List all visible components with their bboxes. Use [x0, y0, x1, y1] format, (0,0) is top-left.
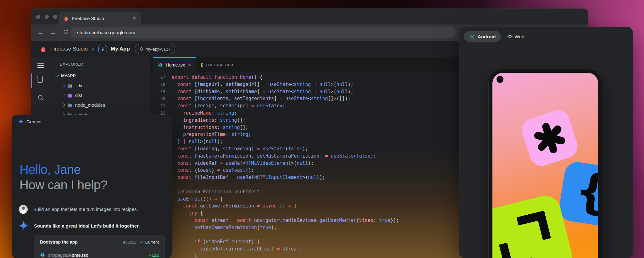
- tree-item-idx[interactable]: .idx: [51, 81, 150, 90]
- toggle-web-label: Web: [515, 34, 525, 39]
- folder-name: .idx: [75, 83, 82, 88]
- file-tree-container: MYAPP .idxdistnode_modulesscripts: [51, 71, 150, 120]
- droplet-icon: [140, 47, 143, 51]
- folder-name: node_modules: [75, 103, 105, 108]
- json-braces-icon: {}: [201, 62, 203, 67]
- gemini-panel: Gemini Hello, Jane How can I help? Build…: [12, 115, 172, 258]
- workspace-pill[interactable]: my-app-5127: [135, 44, 175, 54]
- url-bar[interactable]: studio.firebase.google.com: [70, 27, 456, 38]
- gemini-greeting: Hello, Jane How can I help?: [19, 162, 107, 193]
- search-icon[interactable]: [37, 94, 44, 103]
- file-path: src/pages/Home.tsx: [48, 253, 146, 258]
- diff-count: +122: [149, 253, 159, 258]
- phone-screen[interactable]: {: [492, 73, 598, 258]
- gemini-title: Gemini: [26, 119, 42, 124]
- firebase-spark-icon: [70, 84, 72, 87]
- line-number: 18: [154, 81, 165, 88]
- line-number: 17: [154, 74, 165, 81]
- toggle-android-label: Android: [478, 34, 496, 39]
- chevron-right-icon: [62, 84, 65, 87]
- reload-icon[interactable]: [62, 29, 69, 36]
- changed-file-row[interactable]: src/pages/Home.tsx +122: [40, 253, 159, 258]
- assistant-message: Sounds like a great idea! Let’s build it…: [19, 221, 166, 230]
- workspace-id: my-app-5127: [146, 47, 171, 51]
- tab-label: package.json: [206, 62, 233, 67]
- curly-brace-icon: {: [572, 169, 598, 215]
- check-icon: ✓: [140, 239, 144, 245]
- tab-label: Home.tsx: [166, 62, 185, 67]
- folder-icon: [67, 93, 73, 98]
- folder-icon: [67, 103, 73, 107]
- breadcrumb-product[interactable]: Firebase Studio: [50, 46, 88, 52]
- menu-icon[interactable]: [37, 62, 44, 69]
- gemini-star-icon: [19, 221, 28, 230]
- window-control-dot[interactable]: [36, 15, 40, 19]
- task-card[interactable]: Bootstrap the app a56c23 ✓ Current src/p…: [34, 235, 165, 258]
- tree-item-dist[interactable]: dist: [51, 90, 150, 100]
- url-text: studio.firebase.google.com: [77, 30, 135, 35]
- app-name[interactable]: My App: [111, 46, 130, 52]
- phone-mockup: {: [488, 69, 602, 258]
- status-badge: Current: [145, 240, 159, 245]
- gemini-header: Gemini: [18, 119, 42, 124]
- user-message-text: Build an app that lets me turn images in…: [33, 205, 138, 212]
- chevron-right-icon: [62, 94, 65, 97]
- task-card-header: Bootstrap the app a56c23 ✓ Current: [40, 239, 159, 245]
- background-gradient: Firebase Studio ✕ ← → studio.firebase.go…: [0, 0, 644, 258]
- close-editor-tab-icon[interactable]: ✕: [188, 62, 191, 67]
- card-divider: [40, 249, 159, 249]
- avatar: [19, 205, 28, 214]
- chat-messages: Build an app that lets me turn images in…: [19, 205, 166, 230]
- root-folder-label: MYAPP: [61, 73, 76, 78]
- camera-punch-hole: [497, 76, 503, 83]
- blue-brace-tile: {: [557, 160, 598, 228]
- tab-home-tsx[interactable]: Home.tsx ✕: [153, 57, 196, 72]
- forward-icon[interactable]: →: [49, 29, 57, 36]
- window-controls: [36, 15, 57, 19]
- preview-panel: Android <> Web {: [459, 27, 633, 258]
- pink-asterisk-tile: [519, 107, 581, 169]
- active-view-indicator: [31, 73, 32, 88]
- chevron-down-icon: [55, 73, 59, 77]
- firebase-favicon: [64, 16, 69, 21]
- firebase-logo: [40, 46, 47, 52]
- breadcrumb-separator: ›: [92, 46, 94, 52]
- greeting-line-2: How can I help?: [19, 177, 107, 193]
- chevron-right-icon: [62, 103, 65, 107]
- gemini-star-icon: [18, 119, 24, 124]
- explorer-icon[interactable]: [37, 76, 43, 83]
- assistant-message-text: Sounds like a great idea! Let’s build it…: [34, 221, 140, 228]
- greeting-line-1: Hello, Jane: [19, 162, 107, 177]
- toggle-web[interactable]: <> Web: [503, 31, 529, 42]
- file-tree: .idxdistnode_modulesscripts: [51, 81, 150, 120]
- folder-icon: [67, 83, 73, 88]
- tree-item-root[interactable]: MYAPP: [51, 71, 150, 81]
- folder-name: dist: [75, 93, 82, 98]
- window-control-dot[interactable]: [53, 15, 57, 19]
- tree-item-node_modules[interactable]: node_modules: [51, 100, 150, 110]
- back-icon[interactable]: ←: [37, 29, 44, 36]
- browser-tab[interactable]: Firebase Studio ✕: [58, 12, 141, 24]
- android-icon: [469, 34, 475, 39]
- task-title: Bootstrap the app: [40, 239, 123, 245]
- user-message: Build an app that lets me turn images in…: [19, 205, 166, 214]
- commit-hash: a56c23: [123, 240, 136, 245]
- line-number: 19: [154, 88, 165, 95]
- line-number: 20: [154, 95, 165, 102]
- browser-tab-strip: Firebase Studio ✕: [31, 9, 588, 24]
- window-control-dot[interactable]: [45, 15, 49, 19]
- code-brackets-icon: <>: [508, 34, 512, 39]
- app-prototype-icon[interactable]: [98, 45, 107, 53]
- close-tab-icon[interactable]: ✕: [133, 16, 136, 21]
- platform-toggle: Android <> Web: [464, 31, 528, 42]
- react-icon: [158, 62, 163, 67]
- react-icon: [40, 253, 45, 258]
- tab-package-json[interactable]: {} package.json: [196, 57, 238, 72]
- toggle-android[interactable]: Android: [464, 31, 501, 42]
- line-number: 21: [154, 102, 165, 110]
- browser-tab-title: Firebase Studio: [72, 16, 130, 21]
- explorer-title: EXPLORER: [60, 62, 83, 67]
